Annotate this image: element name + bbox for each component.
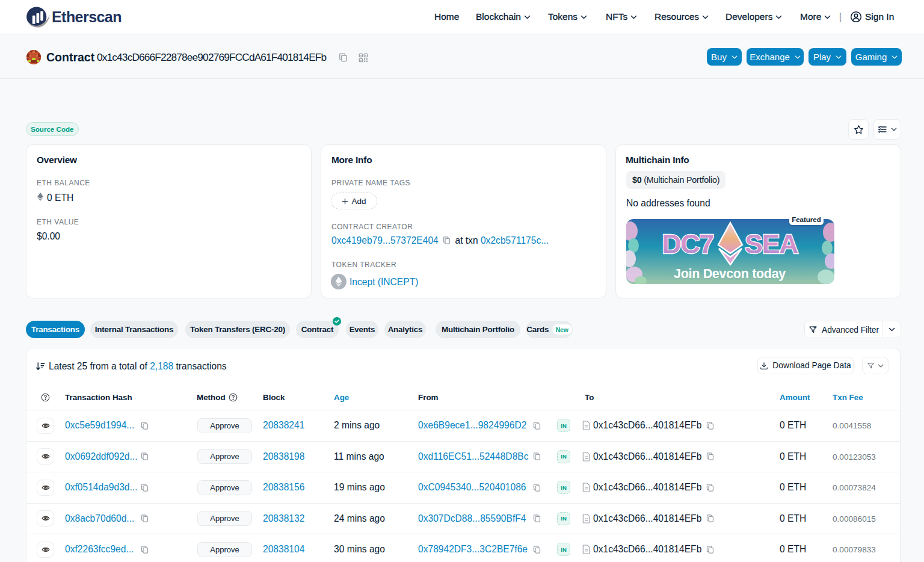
svg-text:Join Devcon today: Join Devcon today: [674, 267, 786, 281]
svg-text:DC7: DC7: [662, 229, 713, 259]
svg-text:SEA: SEA: [745, 229, 798, 259]
